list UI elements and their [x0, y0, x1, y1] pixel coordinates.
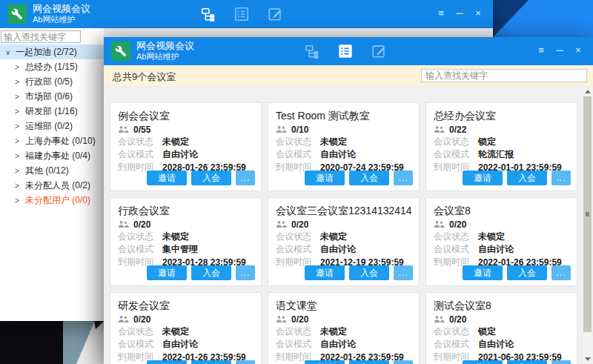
more-button[interactable]: ... [394, 360, 413, 364]
menu-icon[interactable]: ≡ [435, 6, 447, 21]
room-name: 测试会议室8 [434, 298, 569, 313]
chevron-icon[interactable]: > [15, 93, 25, 101]
participants-icon [276, 125, 287, 133]
tree-item[interactable]: > 研发部 (1/16) [0, 104, 104, 119]
participant-count: 0/20 [133, 219, 150, 230]
tree-item[interactable]: > 其他 (0/12) [0, 163, 104, 178]
mode-label: 会议模式 [434, 243, 478, 256]
join-button[interactable]: 入会 [191, 171, 231, 185]
chevron-icon[interactable]: > [15, 137, 25, 145]
tree-item[interactable]: > 总经办 (1/15) [0, 59, 104, 74]
list-icon[interactable] [232, 4, 251, 24]
participants-icon [118, 220, 129, 228]
chevron-icon[interactable]: > [15, 78, 25, 86]
tree-item[interactable]: > 市场部 (0/6) [0, 89, 104, 104]
desktop-wallpaper-top-right [486, 0, 593, 37]
chevron-icon[interactable]: > [15, 167, 25, 175]
invite-button[interactable]: 邀请 [147, 265, 187, 280]
tree-item-label: 总经办 (1/15) [25, 61, 78, 73]
status-label: 会议状态 [118, 231, 162, 243]
chevron-icon[interactable]: ∨ [5, 48, 16, 56]
vertical-scrollbar[interactable] [583, 87, 592, 364]
more-button[interactable]: ... [394, 171, 413, 185]
app-title: 网会视频会议 [136, 40, 194, 51]
invite-button[interactable]: 邀请 [147, 171, 187, 185]
invite-button[interactable]: 邀请 [305, 265, 345, 280]
invite-button[interactable]: 邀请 [305, 171, 345, 185]
list-icon[interactable] [336, 42, 355, 61]
scroll-down-arrow[interactable] [583, 355, 592, 363]
room-name: 例会会议室 [118, 108, 254, 123]
minimize-icon[interactable]: ─ [454, 6, 466, 21]
org-chart-icon[interactable] [302, 42, 322, 61]
chevron-icon[interactable]: > [15, 107, 25, 116]
minimize-icon[interactable]: ─ [554, 43, 566, 58]
invite-button[interactable]: 邀请 [463, 360, 503, 364]
invite-button[interactable]: 邀请 [463, 265, 503, 280]
tree-item[interactable]: > 未分配用户 (0/0) [0, 193, 104, 208]
join-button[interactable]: 入会 [507, 171, 547, 185]
chevron-icon[interactable]: > [15, 182, 25, 190]
room-count-summary: 总共9个会议室 [113, 70, 176, 84]
tree-item[interactable]: > 行政部 (0/5) [0, 74, 104, 89]
edit-icon[interactable] [369, 42, 388, 61]
participants-icon [118, 125, 129, 133]
menu-icon[interactable]: ≡ [535, 43, 547, 58]
front-window-titlebar[interactable]: 网会视频会议 Ab网站维护 ≡ ─ × [104, 37, 593, 65]
tree-item[interactable]: > 运维部 (0/2) [0, 119, 104, 133]
join-button[interactable]: 入会 [191, 265, 231, 280]
join-button[interactable]: 入会 [507, 360, 547, 364]
chevron-icon[interactable]: > [15, 152, 25, 160]
chevron-icon[interactable]: > [15, 196, 25, 205]
room-search-input[interactable] [421, 69, 587, 82]
wrench-icon [11, 8, 23, 20]
tree-item[interactable]: > 未分配人员 (0/2) [0, 178, 104, 193]
chevron-icon[interactable]: > [15, 63, 25, 71]
more-button[interactable]: ... [551, 360, 571, 364]
more-button[interactable]: ... [236, 265, 255, 280]
tree-item[interactable]: > 福建办事处 (0/4) [0, 148, 104, 163]
app-logo [111, 42, 130, 61]
invite-button[interactable]: 邀请 [305, 360, 345, 364]
more-button[interactable]: ... [236, 360, 255, 364]
status-value: 锁定 [478, 325, 496, 338]
back-window-titlebar[interactable]: 网会视频会议 Ab网站维护 ≡ ─ × [0, 0, 493, 28]
header-toolbar [199, 4, 285, 24]
join-button[interactable]: 入会 [349, 360, 389, 364]
tree-item[interactable]: > 上海办事处 (0/10) [0, 133, 104, 148]
more-button[interactable]: ... [551, 171, 571, 185]
card-actions: 邀请 入会 ... [147, 265, 255, 280]
join-button[interactable]: 入会 [349, 171, 389, 185]
meeting-room-card: 研发会议室 0/20 会议状态 未锁定 会议模式 自由讨论 到期时间 [110, 292, 262, 364]
close-icon[interactable]: × [472, 6, 484, 21]
scrollbar-thumb[interactable] [583, 96, 592, 332]
invite-button[interactable]: 邀请 [147, 360, 187, 364]
participant-count: 0/10 [291, 125, 308, 135]
tree-item-label: 研发部 (1/16) [25, 105, 78, 118]
card-actions: 邀请 入会 ... [147, 171, 255, 185]
close-icon[interactable]: × [572, 43, 584, 58]
edit-icon[interactable] [265, 4, 285, 24]
header-toolbar [302, 42, 388, 61]
meeting-room-card: 语文课堂 0/20 会议状态 未锁定 会议模式 自由讨论 到期时间 [268, 292, 420, 364]
chevron-icon[interactable]: > [15, 122, 25, 130]
join-button[interactable]: 入会 [349, 265, 389, 280]
status-label: 会议状态 [434, 325, 478, 338]
more-button[interactable]: ... [394, 265, 413, 280]
join-button[interactable]: 入会 [191, 360, 231, 364]
more-button[interactable]: ... [551, 265, 571, 280]
card-actions: 邀请 入会 ... [463, 360, 571, 364]
join-button[interactable]: 入会 [507, 265, 547, 280]
more-button[interactable]: ... [236, 171, 255, 185]
tree-item[interactable]: ∨ 一起加油 (2/72) [0, 44, 104, 59]
status-label: 会议状态 [118, 325, 162, 338]
mode-value: 轮流汇报 [478, 148, 514, 161]
sidebar-search-input[interactable] [1, 30, 81, 43]
tree-item-label: 未分配用户 (0/0) [25, 194, 90, 207]
card-actions: 邀请 入会 ... [463, 265, 571, 280]
invite-button[interactable]: 邀请 [463, 171, 503, 185]
summary-bar: 总共9个会议室 [104, 65, 593, 86]
org-chart-icon[interactable] [199, 4, 218, 24]
scroll-up-arrow[interactable] [583, 87, 592, 96]
status-value: 未锁定 [162, 231, 189, 243]
